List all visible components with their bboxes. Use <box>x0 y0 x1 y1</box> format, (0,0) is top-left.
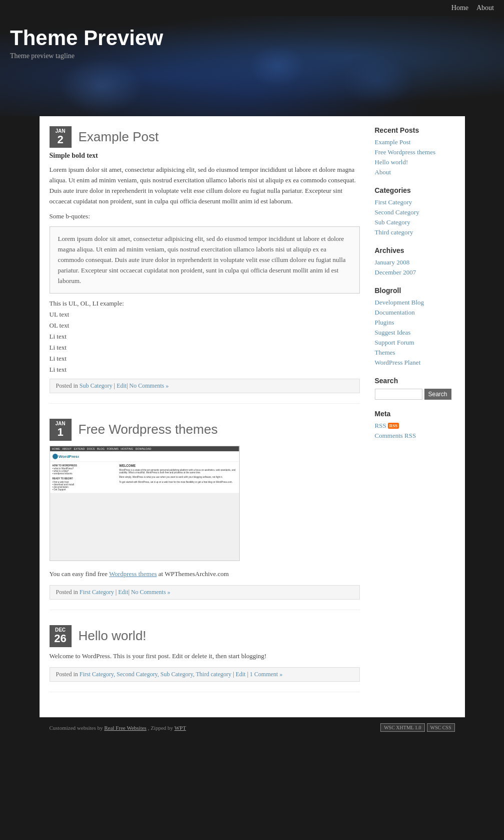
search-button[interactable]: Search <box>424 389 451 400</box>
sidebar: Recent Posts Example Post Free Wordpress… <box>375 126 455 707</box>
footer-text: Customized websites by Real Free Website… <box>50 725 186 731</box>
search-input[interactable] <box>375 389 422 400</box>
archive-link-0[interactable]: January 2008 <box>375 258 410 266</box>
categories-title: Categories <box>375 186 455 194</box>
post-title-2[interactable]: Free Wordpress themes <box>79 422 218 437</box>
comments-rss-link[interactable]: Comments RSS <box>375 432 416 440</box>
list-item: Themes <box>375 349 455 357</box>
recent-post-link-0[interactable]: Example Post <box>375 138 411 146</box>
category-link-3[interactable]: Third category <box>375 228 413 236</box>
blogroll-link-5[interactable]: Themes <box>375 349 395 356</box>
recent-posts-title: Recent Posts <box>375 126 455 134</box>
blogroll-link-0[interactable]: Development Blog <box>375 299 424 306</box>
main-content: JAN 2 Example Post Simple bold text Lore… <box>50 126 360 707</box>
post-comments-link[interactable]: No Comments » <box>129 382 169 389</box>
archives-title: Archives <box>375 246 455 254</box>
ul-ol-label: This is UL, OL, LI example: <box>50 300 360 308</box>
category-link-0[interactable]: First Category <box>375 198 412 206</box>
post-footer-prefix: Posted in <box>56 382 78 389</box>
recent-post-link-3[interactable]: About <box>375 168 391 176</box>
blogroll-link-3[interactable]: Suggest Ideas <box>375 329 411 336</box>
list-item: Hello world! <box>375 158 455 166</box>
list-item: Sub Category <box>375 218 455 226</box>
post-comments-link-3[interactable]: 1 Comment » <box>250 671 282 678</box>
post-body: Lorem ipsum dolor sit amet, consectetur … <box>50 165 360 206</box>
post-edit-link[interactable]: Edit <box>117 382 127 389</box>
post-date-box: JAN 2 <box>50 126 72 148</box>
wp-header-bar: HOME ABOUT EXTEND DOCS BLOG FORUMS HOSTI… <box>50 446 239 451</box>
list-item: Third category <box>375 228 455 236</box>
post-title-link-2[interactable]: Free Wordpress themes <box>79 422 218 437</box>
wp-right-col: WELCOME WordPress is a state-of-the-art … <box>119 464 237 490</box>
site-title: Theme Preview <box>10 26 494 50</box>
post-date-box-2: JAN 1 <box>50 419 72 440</box>
post-blockquote: Lorem ipsum dolor sit amet, consectetur … <box>50 226 360 294</box>
post-footer-prefix-2: Posted in <box>56 589 78 596</box>
post-comments-link-2[interactable]: No Comments » <box>131 589 171 596</box>
post-header: JAN 2 Example Post <box>50 126 360 148</box>
blogroll-link-4[interactable]: Support Forum <box>375 339 414 346</box>
meta-title: Meta <box>375 410 455 418</box>
svg-point-0 <box>52 453 58 459</box>
post-footer-3: Posted in First Category, Second Categor… <box>50 667 360 682</box>
blogroll-link-6[interactable]: WordPress Planet <box>375 359 421 366</box>
list-item: First Category <box>375 198 455 206</box>
blogroll-list: Development Blog Documentation Plugins S… <box>375 299 455 367</box>
list-item: Example Post <box>375 138 455 146</box>
recent-post-link-1[interactable]: Free Wordpress themes <box>375 148 435 156</box>
list-item: WordPress Planet <box>375 359 455 367</box>
wp-screenshot-inner: HOME ABOUT EXTEND DOCS BLOG FORUMS HOSTI… <box>50 446 239 493</box>
archive-link-1[interactable]: December 2007 <box>375 268 416 276</box>
recent-posts-list: Example Post Free Wordpress themes Hello… <box>375 138 455 176</box>
post-wp-themes: JAN 1 Free Wordpress themes HOME ABOUT E… <box>50 419 360 610</box>
list-item: Second Category <box>375 208 455 216</box>
post-date-box-3: DEC 26 <box>50 625 72 647</box>
post-footer-prefix-3: Posted in <box>56 671 78 678</box>
post-title-3[interactable]: Hello world! <box>79 628 147 644</box>
svg-text:WordPress: WordPress <box>59 454 79 459</box>
sidebar-categories: Categories First Category Second Categor… <box>375 186 455 236</box>
post-edit-link-3[interactable]: Edit <box>236 671 246 678</box>
category-link-1[interactable]: Second Category <box>375 208 419 216</box>
post-category-link-2[interactable]: First Category <box>80 589 114 596</box>
list-item: Plugins <box>375 319 455 327</box>
li-item-0: Li text <box>50 333 360 341</box>
list-item: Documentation <box>375 309 455 317</box>
wordpress-screenshot: HOME ABOUT EXTEND DOCS BLOG FORUMS HOSTI… <box>50 446 240 561</box>
post-footer: Posted in Sub Category | Edit| No Commen… <box>50 379 360 393</box>
blogroll-title: Blogroll <box>375 287 455 295</box>
nav-about[interactable]: About <box>476 4 494 12</box>
list-item: Development Blog <box>375 299 455 307</box>
list-item: Free Wordpress themes <box>375 148 455 156</box>
rss-link[interactable]: RSS RSS <box>375 422 399 430</box>
list-item: About <box>375 168 455 176</box>
list-item: Suggest Ideas <box>375 329 455 337</box>
footer-badges: WSC XHTML 1.0 WSC CSS <box>380 723 454 732</box>
post-title-link-3[interactable]: Hello world! <box>79 628 147 643</box>
post-hello-world: DEC 26 Hello world! Welcome to WordPress… <box>50 625 360 692</box>
archives-list: January 2008 December 2007 <box>375 258 455 276</box>
li-item-1: Li text <box>50 344 360 352</box>
categories-list: First Category Second Category Sub Categ… <box>375 198 455 236</box>
wp-themes-link[interactable]: Wordpress themes <box>109 570 157 578</box>
blogroll-link-2[interactable]: Plugins <box>375 319 394 326</box>
wp-content-area: HOW TO WORDPRESS • what is WordPress? • … <box>50 462 239 493</box>
site-footer: Customized websites by Real Free Website… <box>40 717 465 738</box>
footer-site-link[interactable]: Real Free Websites <box>104 725 146 731</box>
post-title[interactable]: Example Post <box>79 129 159 145</box>
search-box: Search <box>375 389 455 400</box>
search-title: Search <box>375 377 455 385</box>
post-categories-link[interactable]: First Category, Second Category, Sub Cat… <box>80 671 233 678</box>
nav-home[interactable]: Home <box>451 4 468 12</box>
post-edit-link-2[interactable]: Edit <box>118 589 128 596</box>
site-tagline: Theme preview tagline <box>10 52 494 60</box>
post-header-3: DEC 26 Hello world! <box>50 625 360 647</box>
post-title-link[interactable]: Example Post <box>79 129 159 144</box>
post-category-link[interactable]: Sub Category <box>80 382 113 389</box>
rss-row: RSS RSS <box>375 422 455 430</box>
blogroll-link-1[interactable]: Documentation <box>375 309 415 316</box>
footer-wpt-link[interactable]: WPT <box>174 725 186 731</box>
post-example: JAN 2 Example Post Simple bold text Lore… <box>50 126 360 404</box>
recent-post-link-2[interactable]: Hello world! <box>375 158 408 166</box>
category-link-2[interactable]: Sub Category <box>375 218 410 226</box>
